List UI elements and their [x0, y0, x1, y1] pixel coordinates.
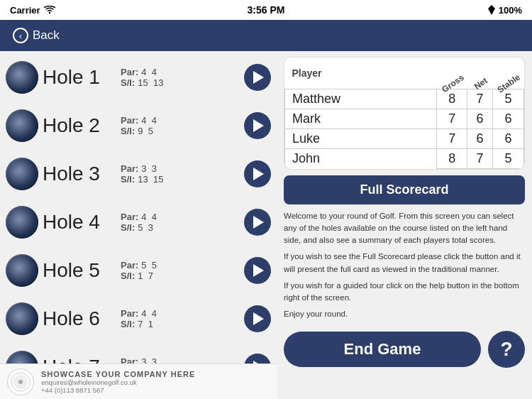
hole-ball — [6, 158, 38, 190]
par-value: 4 4 — [141, 212, 157, 222]
net-score-cell: 6 — [467, 129, 492, 148]
hole-name: Hole 3 — [43, 163, 121, 185]
si-label: S/I: — [121, 174, 135, 185]
play-icon — [253, 71, 264, 84]
footer-email: enquires@wholeinonegolf.co.uk — [41, 378, 195, 386]
table-row: John875 — [285, 148, 524, 168]
gross-col-header: Gross — [437, 58, 467, 89]
hole-row: Hole 1Par: 4 4S/I: 15 13 — [6, 54, 271, 101]
desc-p3: If you wish for a guided tour click on t… — [284, 280, 525, 305]
player-name-cell: Luke — [285, 129, 437, 148]
scorecard-card: Player Gross Net Stable Matthew8 — [284, 57, 525, 170]
hole-ball-inner — [7, 207, 37, 237]
gross-score-cell: 8 — [437, 89, 467, 109]
par-row: Par: 4 4 — [121, 212, 157, 222]
stable-score-cell: 5 — [492, 89, 523, 109]
bottom-row: End Game ? — [284, 331, 525, 368]
par-row: Par: 4 4 — [121, 115, 157, 126]
si-label: S/I: — [121, 126, 135, 136]
help-button[interactable]: ? — [488, 331, 525, 368]
play-hole-button[interactable] — [244, 257, 271, 284]
end-game-button[interactable]: End Game — [284, 332, 481, 367]
si-row: S/I: 13 15 — [121, 174, 163, 185]
right-panel: Player Gross Net Stable Matthew8 — [277, 51, 532, 399]
footer-logo — [7, 368, 34, 395]
table-row: Matthew875 — [285, 89, 524, 109]
par-row: Par: 4 4 — [121, 67, 157, 77]
hole-row: Hole 5Par: 5 5S/I: 1 7 — [6, 247, 271, 294]
si-row: S/I: 7 1 — [121, 319, 153, 329]
hole-row: Hole 2Par: 4 4S/I: 9 5 — [6, 102, 271, 149]
player-col-header: Player — [285, 58, 437, 89]
hole-ball — [6, 61, 38, 94]
back-chevron-icon: ‹ — [13, 28, 28, 43]
play-icon — [253, 264, 264, 277]
hole-stats: Par: 5 5S/I: 1 7 — [121, 260, 184, 281]
golf-logo-icon — [11, 372, 31, 392]
nav-bar: ‹ Back — [0, 20, 532, 51]
play-hole-button[interactable] — [244, 305, 271, 332]
par-value: 4 4 — [141, 115, 157, 126]
desc-p4: Enjoy your round. — [284, 308, 525, 320]
si-row: S/I: 15 13 — [121, 77, 163, 88]
par-label: Par: — [121, 67, 138, 77]
gross-score-cell: 7 — [437, 109, 467, 129]
table-row: Mark766 — [285, 109, 524, 129]
hole-name: Hole 5 — [43, 259, 121, 282]
si-row: S/I: 5 3 — [121, 222, 153, 233]
si-row: S/I: 9 5 — [121, 126, 153, 136]
hole-stats: Par: 4 4S/I: 5 3 — [121, 212, 184, 233]
status-bar: Carrier 3:56 PM 100% — [0, 0, 532, 20]
si-row: S/I: 1 7 — [121, 270, 153, 281]
hole-name: Hole 4 — [43, 211, 121, 234]
holes-list: Hole 1Par: 4 4S/I: 15 13Hole 2Par: 4 4S/… — [0, 51, 277, 399]
carrier-text: Carrier — [10, 5, 40, 16]
si-value: 13 15 — [138, 174, 163, 185]
stable-score-cell: 5 — [492, 148, 523, 168]
desc-p1: Welcome to your round of Golf. From this… — [284, 210, 525, 247]
hole-name: Hole 1 — [43, 66, 121, 89]
play-icon — [253, 312, 264, 325]
si-label: S/I: — [121, 270, 135, 281]
back-label: Back — [33, 28, 60, 43]
hole-ball-inner — [7, 159, 37, 189]
hole-ball — [6, 206, 38, 239]
hole-ball — [6, 254, 38, 287]
hole-stats: Par: 4 4S/I: 7 1 — [121, 308, 184, 329]
player-name-cell: John — [285, 148, 437, 168]
play-hole-button[interactable] — [244, 64, 271, 91]
hole-name: Hole 6 — [43, 307, 121, 330]
status-right: 100% — [488, 5, 522, 16]
hole-ball — [6, 109, 38, 142]
hole-stats: Par: 4 4S/I: 15 13 — [121, 67, 184, 88]
footer-text: SHOWCASE YOUR COMPANY HERE enquires@whol… — [41, 370, 195, 394]
play-hole-button[interactable] — [244, 160, 271, 187]
gross-score-cell: 8 — [437, 148, 467, 168]
status-time: 3:56 PM — [248, 4, 285, 16]
hole-row: Hole 6Par: 4 4S/I: 7 1 — [6, 295, 271, 342]
hole-stats: Par: 4 4S/I: 9 5 — [121, 115, 184, 136]
par-label: Par: — [121, 260, 138, 270]
hole-ball-inner — [7, 256, 37, 285]
table-header-row: Player Gross Net Stable — [285, 58, 524, 89]
par-value: 4 4 — [141, 67, 157, 77]
play-hole-button[interactable] — [244, 112, 271, 139]
hole-stats: Par: 3 3S/I: 13 15 — [121, 163, 184, 185]
hole-ball — [6, 302, 38, 335]
play-icon — [253, 216, 264, 229]
back-button[interactable]: ‹ Back — [7, 25, 65, 46]
gross-score-cell: 7 — [437, 129, 467, 148]
location-icon — [488, 5, 495, 15]
stable-col-header: Stable — [492, 58, 523, 89]
hole-row: Hole 3Par: 3 3S/I: 13 15 — [6, 151, 271, 197]
net-score-cell: 6 — [467, 109, 492, 129]
si-value: 1 7 — [138, 270, 153, 281]
full-scorecard-button[interactable]: Full Scorecard — [284, 175, 525, 204]
wifi-icon — [44, 6, 55, 14]
net-score-cell: 7 — [467, 148, 492, 168]
play-icon — [253, 168, 264, 180]
si-value: 5 3 — [138, 222, 153, 233]
player-name-cell: Mark — [285, 109, 437, 129]
hole-ball-inner — [7, 111, 37, 141]
play-hole-button[interactable] — [244, 209, 271, 236]
